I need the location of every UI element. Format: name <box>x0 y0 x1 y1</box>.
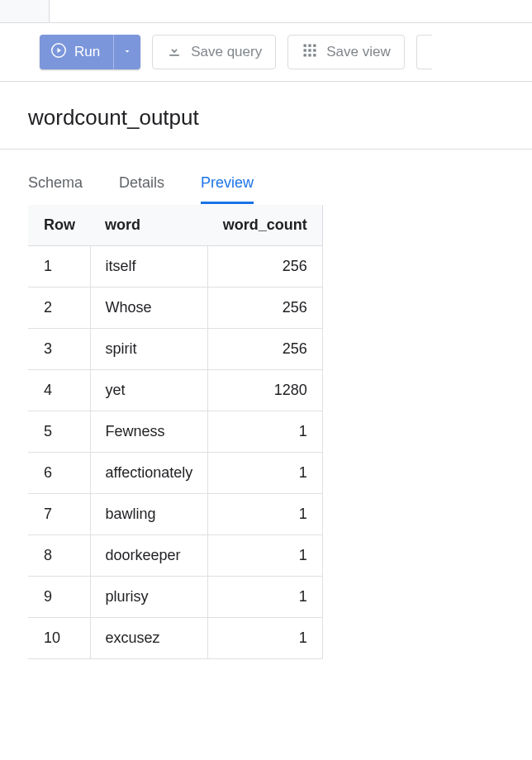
cell-word: excusez <box>90 618 208 659</box>
run-button-label: Run <box>74 44 100 60</box>
run-button[interactable]: Run <box>40 35 113 69</box>
cell-word_count: 1 <box>208 535 323 577</box>
table-row: 7bawling1 <box>29 494 323 535</box>
table-row: 5Fewness1 <box>29 411 323 453</box>
save-view-button[interactable]: Save view <box>287 35 404 69</box>
cell-word_count: 1 <box>208 411 323 453</box>
svg-rect-4 <box>304 49 306 51</box>
table-row: 8doorkeeper1 <box>29 535 323 577</box>
page-title: wordcount_output <box>0 82 532 150</box>
cell-word_count: 256 <box>208 329 323 370</box>
header-word: word <box>90 205 208 246</box>
save-query-label: Save query <box>191 44 262 60</box>
cell-row: 10 <box>29 618 91 659</box>
cell-word_count: 1 <box>208 453 323 494</box>
table-row: 9plurisy1 <box>29 577 323 618</box>
header-row: Row <box>29 205 91 246</box>
cell-word_count: 256 <box>208 287 323 329</box>
cell-word: Whose <box>90 287 208 329</box>
cell-word: doorkeeper <box>90 535 208 577</box>
cell-word: yet <box>90 370 208 411</box>
grid-icon <box>302 42 318 63</box>
cell-row: 9 <box>29 577 91 618</box>
cell-row: 1 <box>29 246 91 287</box>
svg-rect-7 <box>304 54 306 56</box>
tab-schema[interactable]: Schema <box>28 174 83 204</box>
table-row: 4yet1280 <box>29 370 323 411</box>
table-row: 3spirit256 <box>29 329 323 370</box>
cell-row: 3 <box>29 329 91 370</box>
cell-word: bawling <box>90 494 208 535</box>
svg-rect-2 <box>309 44 311 46</box>
svg-rect-8 <box>309 54 311 56</box>
header-word-count: word_count <box>208 205 323 246</box>
svg-rect-6 <box>313 49 316 51</box>
cell-row: 6 <box>29 453 91 494</box>
cell-row: 2 <box>29 287 91 329</box>
save-view-label: Save view <box>326 44 390 60</box>
table-row: 1itself256 <box>29 246 323 287</box>
table-row: 6affectionately1 <box>29 453 323 494</box>
preview-table: Row word word_count 1itself2562Whose2563… <box>28 205 323 659</box>
save-query-button[interactable]: Save query <box>152 35 276 69</box>
cell-row: 5 <box>29 411 91 453</box>
cell-word_count: 256 <box>208 246 323 287</box>
cell-word: spirit <box>90 329 208 370</box>
table-row: 10excusez1 <box>29 618 323 659</box>
cell-word_count: 1280 <box>208 370 323 411</box>
toolbar: Run Save query Save view <box>0 23 532 82</box>
caret-down-icon <box>122 45 132 59</box>
svg-rect-5 <box>309 49 311 51</box>
download-icon <box>166 42 183 63</box>
table-wrap: Row word word_count 1itself2562Whose2563… <box>0 205 532 659</box>
top-strip <box>0 0 532 23</box>
cell-row: 8 <box>29 535 91 577</box>
svg-rect-1 <box>304 44 306 46</box>
play-icon <box>51 43 66 62</box>
tabs: Schema Details Preview <box>0 150 532 205</box>
cell-word: plurisy <box>90 577 208 618</box>
top-strip-tab[interactable] <box>0 0 50 22</box>
cell-word: Fewness <box>90 411 208 453</box>
cell-word_count: 1 <box>208 494 323 535</box>
tab-details[interactable]: Details <box>119 174 164 204</box>
cell-word: itself <box>90 246 208 287</box>
more-button[interactable] <box>416 35 432 69</box>
cell-row: 7 <box>29 494 91 535</box>
cell-word_count: 1 <box>208 577 323 618</box>
svg-rect-9 <box>313 54 316 56</box>
run-button-group: Run <box>40 35 140 69</box>
cell-word: affectionately <box>90 453 208 494</box>
cell-word_count: 1 <box>208 618 323 659</box>
tab-preview[interactable]: Preview <box>201 174 254 204</box>
run-dropdown[interactable] <box>113 35 140 69</box>
table-row: 2Whose256 <box>29 287 323 329</box>
table-header-row: Row word word_count <box>29 205 323 246</box>
svg-rect-3 <box>313 44 316 46</box>
cell-row: 4 <box>29 370 91 411</box>
